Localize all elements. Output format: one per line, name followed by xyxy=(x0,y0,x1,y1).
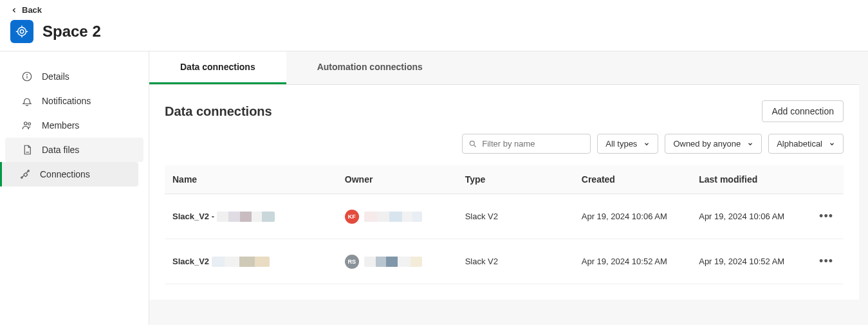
panel-title: Data connections xyxy=(165,104,272,119)
col-header-modified[interactable]: Last modified xyxy=(691,165,809,194)
chevron-down-icon xyxy=(747,141,753,147)
row-actions-button[interactable]: ••• xyxy=(817,252,836,271)
connection-name: Slack_V2 xyxy=(172,257,209,266)
col-header-type[interactable]: Type xyxy=(457,165,574,194)
owner-cell: RS xyxy=(345,255,450,269)
info-icon xyxy=(21,71,33,82)
table-row[interactable]: Slack_V2 - xyxy=(165,194,844,239)
modified-cell: Apr 19, 2024 10:06 AM xyxy=(691,194,809,239)
col-header-actions xyxy=(809,165,844,194)
svg-line-12 xyxy=(474,145,476,147)
svg-point-5 xyxy=(24,122,28,125)
sidebar-item-details[interactable]: Details xyxy=(5,64,143,89)
body: Details Notifications Members Data files… xyxy=(0,51,868,325)
modified-cell: Apr 19, 2024 10:52 AM xyxy=(691,239,809,284)
type-cell: Slack V2 xyxy=(457,239,574,284)
file-icon xyxy=(21,144,33,156)
page-header: Back Space 2 xyxy=(0,0,868,51)
table-row[interactable]: Slack_V2 RS xyxy=(165,239,844,284)
avatar: RS xyxy=(345,255,359,269)
connections-table: Name Owner Type Created Last modified Sl… xyxy=(165,165,844,284)
sidebar-item-label: Data files xyxy=(42,145,79,155)
dropdown-label: Alphabetical xyxy=(777,139,822,149)
page-title: Space 2 xyxy=(42,23,101,41)
connections-panel: Data connections Add connection All type… xyxy=(149,85,859,300)
sidebar-item-data-files[interactable]: Data files xyxy=(5,138,143,162)
svg-point-4 xyxy=(27,75,28,75)
sidebar-item-connections[interactable]: Connections xyxy=(0,162,138,186)
redacted-text xyxy=(364,257,422,267)
tabs: Data connections Automation connections xyxy=(149,51,859,85)
svg-point-0 xyxy=(18,28,26,36)
chevron-down-icon xyxy=(829,141,835,147)
owner-cell: KF xyxy=(345,210,450,224)
tab-automation-connections[interactable]: Automation connections xyxy=(286,51,454,84)
title-row: Space 2 xyxy=(10,20,858,43)
sidebar-item-label: Details xyxy=(42,71,69,82)
redacted-text xyxy=(212,257,270,267)
search-icon xyxy=(468,140,477,149)
col-header-name[interactable]: Name xyxy=(165,165,337,194)
dropdown-label: All types xyxy=(605,139,637,149)
redacted-text xyxy=(364,212,422,222)
back-label: Back xyxy=(22,5,42,15)
filter-by-name-input[interactable] xyxy=(462,134,591,154)
row-actions-button[interactable]: ••• xyxy=(817,207,836,226)
created-cell: Apr 19, 2024 10:06 AM xyxy=(574,194,691,239)
sidebar-item-label: Members xyxy=(42,120,79,131)
main-panel: Data connections Automation connections … xyxy=(149,51,868,325)
type-cell: Slack V2 xyxy=(457,194,574,239)
connection-name: Slack_V2 - xyxy=(172,212,214,221)
created-cell: Apr 19, 2024 10:52 AM xyxy=(574,239,691,284)
name-cell: Slack_V2 - xyxy=(172,212,329,222)
search-wrap xyxy=(462,134,591,154)
type-filter-dropdown[interactable]: All types xyxy=(597,134,658,154)
chevron-down-icon xyxy=(643,141,650,147)
svg-point-6 xyxy=(28,123,31,125)
tab-data-connections[interactable]: Data connections xyxy=(149,51,286,84)
bell-icon xyxy=(21,95,33,107)
redacted-text xyxy=(217,212,275,222)
avatar: KF xyxy=(345,210,359,224)
space-icon xyxy=(10,20,33,43)
owner-filter-dropdown[interactable]: Owned by anyone xyxy=(665,134,762,154)
sort-dropdown[interactable]: Alphabetical xyxy=(768,134,844,154)
connections-icon xyxy=(19,168,31,180)
sidebar: Details Notifications Members Data files… xyxy=(0,51,149,325)
svg-point-1 xyxy=(20,30,24,33)
col-header-created[interactable]: Created xyxy=(574,165,691,194)
col-header-owner[interactable]: Owner xyxy=(337,165,457,194)
sidebar-item-notifications[interactable]: Notifications xyxy=(5,89,143,113)
svg-rect-8 xyxy=(24,173,28,177)
name-cell: Slack_V2 xyxy=(172,257,329,267)
add-connection-button[interactable]: Add connection xyxy=(762,100,844,122)
panel-header: Data connections Add connection xyxy=(165,100,844,122)
svg-point-11 xyxy=(470,141,475,145)
sidebar-item-members[interactable]: Members xyxy=(5,113,143,138)
chevron-left-icon xyxy=(10,6,18,14)
members-icon xyxy=(21,120,33,131)
filters-row: All types Owned by anyone Alphabetical xyxy=(165,134,844,154)
back-button[interactable]: Back xyxy=(10,5,858,15)
sidebar-item-label: Notifications xyxy=(42,96,91,106)
dropdown-label: Owned by anyone xyxy=(673,139,741,149)
sidebar-item-label: Connections xyxy=(40,169,90,179)
